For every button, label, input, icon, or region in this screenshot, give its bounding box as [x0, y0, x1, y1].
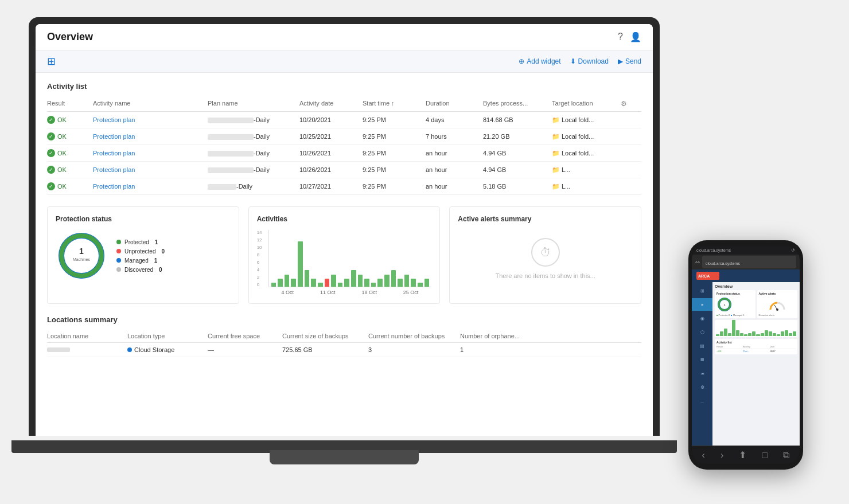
bar-7 [318, 283, 323, 287]
phone-share-button[interactable]: ⬆ [739, 450, 746, 460]
y-label: 2 [257, 275, 262, 280]
bar-6 [311, 279, 316, 287]
col-settings-icon[interactable]: ⚙ [621, 100, 632, 108]
table-row: ✓OK Protection plan -Daily 10/26/2021 9:… [47, 162, 641, 178]
y-label: 0 [257, 282, 262, 287]
unprotected-label: Unprotected [124, 248, 155, 255]
ok-icon: ✓ [47, 166, 55, 174]
activity-date-cell: 10/25/2021 [299, 133, 363, 140]
unprotected-dot [116, 249, 121, 253]
phone-url-field[interactable]: cloud.arca.systems [702, 256, 796, 268]
phone-bar-12 [765, 330, 768, 336]
legend-managed: Managed 1 [116, 257, 165, 264]
phone-bar-14 [773, 333, 776, 336]
loc-col-size: Current size of backups [282, 333, 368, 339]
activity-date-cell: 10/26/2021 [299, 150, 363, 157]
y-label: 12 [257, 237, 262, 243]
download-icon: ⬇ [570, 57, 576, 65]
phone-sidebar-item3[interactable]: ▤ [692, 339, 712, 352]
bar-9 [331, 275, 336, 287]
phone-bar-6 [740, 333, 743, 336]
table-row: ✓OK Protection plan -Daily 10/20/2021 9:… [47, 112, 641, 128]
loc-col-name: Location name [47, 333, 127, 339]
phone-protection-label: Protection status [716, 292, 754, 295]
help-icon[interactable]: ? [618, 32, 623, 42]
phone-sidebar-overview[interactable]: ≡ [692, 298, 712, 311]
phone-forward-button[interactable]: › [721, 450, 723, 460]
phone-bar-9 [752, 331, 755, 336]
active-alerts-widget: Active alerts summary ⏱ There are no ite… [449, 206, 641, 304]
status-badge: ✓OK [47, 182, 93, 190]
activity-name-link[interactable]: Protection plan [93, 133, 208, 140]
loc-col-count: Current number of backups [368, 333, 460, 339]
col-duration: Duration [426, 100, 483, 108]
bar-8 [325, 279, 330, 287]
toolbar-right: ⊕ Add widget ⬇ Download ▶ Send [519, 57, 641, 65]
phone-app-header: ARCA [692, 269, 800, 282]
target-cell: 📁Local fold... [552, 150, 621, 157]
start-time-cell: 9:25 PM [363, 116, 426, 123]
col-activity-date: Activity date [299, 100, 363, 108]
phone-table-mini: Activity list Result Activity Date ✓OK P… [715, 339, 797, 354]
phone-sidebar-item5[interactable]: ☁ [692, 367, 712, 380]
activity-name-link[interactable]: Protection plan [93, 150, 208, 157]
bar-16 [377, 279, 383, 287]
x-label: 11 Oct [320, 290, 336, 295]
target-cell: 📁L... [552, 183, 621, 190]
activity-name-link[interactable]: Protection plan [93, 183, 208, 190]
phone-bookmarks-button[interactable]: □ [762, 450, 768, 460]
bytes-cell: 5.18 GB [483, 183, 552, 190]
col-plan-name: Plan name [208, 100, 299, 108]
phone-sidebar-item1[interactable]: ◉ [692, 312, 712, 325]
phone-reload-icon[interactable]: ↺ [791, 248, 795, 253]
phone-bar-18 [789, 333, 792, 336]
add-widget-button[interactable]: ⊕ Add widget [519, 57, 560, 65]
ok-icon: ✓ [47, 182, 55, 190]
discovered-dot [116, 267, 121, 272]
y-axis-labels: 14 12 10 8 6 4 2 0 [257, 230, 262, 287]
locations-row: Cloud Storage — 725.65 GB 3 1 [47, 343, 641, 357]
laptop-device: Overview ? 👤 ⊞ ⊕ Add widget ⬇ Download [29, 17, 660, 487]
bar-0 [271, 283, 276, 287]
phone-table-title: Activity list [716, 341, 796, 344]
phone-bar-3 [728, 333, 731, 336]
activity-name-link[interactable]: Protection plan [93, 116, 208, 123]
ok-icon: ✓ [47, 149, 55, 157]
bar-21 [411, 279, 416, 287]
duration-cell: an hour [426, 166, 483, 173]
col-bytes: Bytes process... [483, 100, 552, 108]
activity-name-link[interactable]: Protection plan [93, 166, 208, 173]
phone-device: cloud.arca.systems ↺ AA cloud.arca.syste… [688, 240, 803, 470]
phone-sidebar-item7[interactable]: ... [692, 394, 712, 407]
phone-alerts-label: Active alerts [759, 292, 796, 295]
phone-bar-17 [785, 330, 788, 336]
phone-bar-8 [748, 333, 751, 336]
phone-back-button[interactable]: ‹ [702, 450, 705, 460]
locations-summary-title: Locations summary [47, 315, 641, 324]
activity-date-cell: 10/26/2021 [299, 166, 363, 173]
phone-bar-7 [744, 334, 747, 336]
col-activity-name: Activity name [93, 100, 208, 108]
legend-protected: Protected 1 [116, 239, 165, 245]
user-icon[interactable]: 👤 [630, 32, 641, 42]
send-button[interactable]: ▶ Send [618, 57, 641, 65]
phone-sidebar-dashboard[interactable]: ⊞ [692, 284, 712, 297]
protection-status-title: Protection status [56, 215, 231, 223]
toolbar-left-icon[interactable]: ⊞ [47, 55, 56, 68]
loc-col-free: Current free space [208, 333, 282, 339]
bar-12 [351, 270, 356, 287]
status-badge: ✓OK [47, 116, 93, 124]
col-target: Target location [552, 100, 621, 108]
phone-sidebar-item2[interactable]: ⬡ [692, 326, 712, 338]
loc-col-orphaned: Number of orphane... [460, 333, 552, 339]
phone-bar-0 [716, 334, 719, 336]
donut-container: 1 Machines Protected 1 [56, 230, 231, 282]
chart-x-labels: 4 Oct 11 Oct 18 Oct 25 Oct [268, 290, 432, 295]
discovered-label: Discovered [124, 267, 153, 273]
phone-sidebar-item6[interactable]: ⚙ [692, 381, 712, 393]
phone-tabs-button[interactable]: ⧉ [783, 450, 789, 460]
phone-sidebar-item4[interactable]: ▦ [692, 353, 712, 366]
laptop-body: Overview ? 👤 ⊞ ⊕ Add widget ⬇ Download [29, 17, 660, 436]
download-button[interactable]: ⬇ Download [570, 57, 609, 65]
bar-4 [298, 241, 303, 287]
